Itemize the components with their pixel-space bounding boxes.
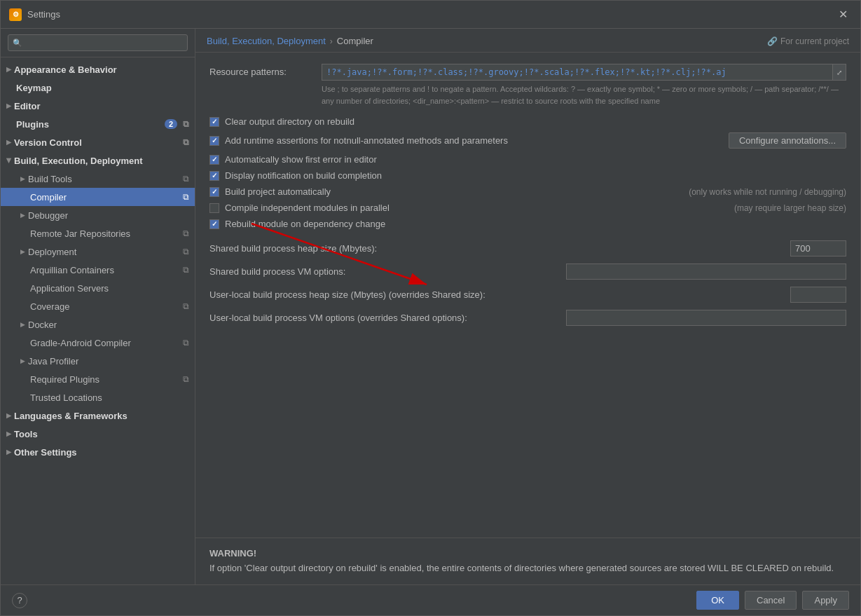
sidebar-label-deployment: Deployment [28,247,180,257]
sidebar-item-build-tools[interactable]: ▶ Build Tools ⧉ [1,170,195,188]
sidebar-item-build-exec[interactable]: ▶ Build, Execution, Deployment [1,151,195,170]
sidebar-label-required-plugins: Required Plugins [20,374,180,385]
resource-input-wrapper: ⤢ [322,64,846,81]
cb-label-clear-output: Clear output directory on rebuild [225,116,846,127]
resource-patterns-label: Resource patterns: [209,64,322,77]
for-current-project-link[interactable]: 🔗 For current project [767,36,849,46]
sidebar-item-editor[interactable]: ▶ Editor [1,97,195,115]
expand-arrow-docker: ▶ [20,321,25,328]
sidebar-item-plugins[interactable]: Plugins 2 ⧉ [1,115,195,133]
deployment-copy-icon: ⧉ [183,247,189,256]
cb-build-auto[interactable]: ✓ [209,187,219,197]
cb-compile-parallel[interactable] [209,203,219,213]
compiler-copy-icon: ⧉ [183,192,189,202]
resource-patterns-expand-btn[interactable]: ⤢ [833,64,846,81]
user-heap-row: User-local build process heap size (Mbyt… [209,287,846,303]
title-bar: ⚙ Settings ✕ [1,1,860,29]
shared-vm-input[interactable] [566,263,846,280]
cb-clear-output[interactable]: ✓ [209,117,219,127]
expand-arrow-vc: ▶ [6,139,11,146]
resource-patterns-hint: Use ; to separate patterns and ! to nega… [322,83,846,107]
ok-button[interactable]: OK [696,591,739,610]
title-bar-left: ⚙ Settings [9,8,60,21]
sidebar-item-arquillian[interactable]: Arquillian Containers ⧉ [1,261,195,279]
help-button[interactable]: ? [12,593,27,608]
sidebar-label-vc: Version Control [14,137,180,148]
plugins-copy-icon: ⧉ [183,119,189,129]
cb-rebuild-dependency[interactable]: ✓ [209,219,219,229]
cb-display-notification[interactable]: ✓ [209,171,219,181]
expand-arrow-tools: ▶ [6,430,11,437]
sidebar-item-languages[interactable]: ▶ Languages & Frameworks [1,406,195,425]
sidebar-item-coverage[interactable]: Coverage ⧉ [1,297,195,315]
breadcrumb-parent[interactable]: Build, Execution, Deployment [207,36,326,46]
sidebar-item-docker[interactable]: ▶ Docker [1,315,195,334]
remote-jar-copy-icon: ⧉ [183,228,189,238]
content-area: 🔍 ▶ Appearance & Behavior Keymap ▶ Edito… [1,29,860,584]
sidebar: 🔍 ▶ Appearance & Behavior Keymap ▶ Edito… [1,29,195,584]
shared-vm-label: Shared build process VM options: [209,266,558,277]
app-icon: ⚙ [9,8,22,21]
cb-runtime-assertions[interactable]: ✓ [209,136,219,146]
sidebar-item-appearance[interactable]: ▶ Appearance & Behavior [1,60,195,78]
expand-arrow-build-tools: ▶ [20,175,25,182]
search-input[interactable] [8,34,188,51]
resource-patterns-input[interactable] [322,64,833,81]
sidebar-label-other: Other Settings [14,447,189,458]
user-vm-label: User-local build process VM options (ove… [209,313,558,323]
sidebar-label-keymap: Keymap [6,83,189,93]
cb-label-runtime-assertions: Add runtime assertions for notnull-annot… [225,135,717,146]
user-heap-label: User-local build process heap size (Mbyt… [209,289,782,300]
sidebar-item-compiler[interactable]: Compiler ⧉ [1,188,195,206]
checkbox-build-auto: ✓ Build project automatically (only work… [209,186,846,197]
vc-copy-icon: ⧉ [183,137,189,147]
cancel-button[interactable]: Cancel [745,591,797,610]
configure-annotations-button[interactable]: Configure annotations... [729,132,846,149]
expand-arrow-debugger: ▶ [20,212,25,219]
bottom-left: ? [12,593,27,608]
checkbox-rebuild-dependency: ✓ Rebuild module on dependency change [209,219,846,229]
nav-tree: ▶ Appearance & Behavior Keymap ▶ Editor … [1,57,195,584]
sidebar-item-keymap[interactable]: Keymap [1,78,195,97]
sidebar-item-java-profiler[interactable]: ▶ Java Profiler [1,352,195,370]
breadcrumb-separator: › [330,36,333,46]
warning-box: WARNING! If option 'Clear output directo… [195,538,860,584]
build-tools-copy-icon: ⧉ [183,174,189,184]
sidebar-label-gradle-android: Gradle-Android Compiler [20,338,180,348]
sidebar-item-tools[interactable]: ▶ Tools [1,425,195,443]
sidebar-item-version-control[interactable]: ▶ Version Control ⧉ [1,133,195,151]
sidebar-item-remote-jar[interactable]: Remote Jar Repositories ⧉ [1,224,195,242]
sidebar-item-deployment[interactable]: ▶ Deployment ⧉ [1,242,195,261]
apply-button[interactable]: Apply [802,591,849,610]
user-heap-input[interactable] [790,287,846,303]
expand-arrow-languages: ▶ [6,412,11,419]
shared-heap-input[interactable] [790,240,846,256]
sidebar-label-trusted-locations: Trusted Locations [20,392,189,403]
sidebar-label-build-exec: Build, Execution, Deployment [14,156,189,166]
expand-arrow-java-profiler: ▶ [20,357,25,364]
cb-label-compile-parallel: Compile independent modules in parallel [225,203,729,213]
sidebar-label-coverage: Coverage [20,301,180,312]
sidebar-item-debugger[interactable]: ▶ Debugger [1,206,195,224]
coverage-copy-icon: ⧉ [183,301,189,311]
resource-patterns-control: ⤢ Use ; to separate patterns and ! to ne… [322,64,846,107]
shared-heap-label: Shared build process heap size (Mbytes): [209,243,782,254]
expand-arrow-other: ▶ [6,449,11,456]
sidebar-item-trusted-locations[interactable]: Trusted Locations [1,388,195,406]
expand-arrow-build-exec: ▶ [6,158,13,163]
user-vm-input[interactable] [566,310,846,326]
sidebar-item-other-settings[interactable]: ▶ Other Settings [1,443,195,461]
sidebar-item-gradle-android[interactable]: Gradle-Android Compiler ⧉ [1,334,195,352]
cb-show-first-error[interactable]: ✓ [209,155,219,165]
sidebar-label-languages: Languages & Frameworks [14,411,189,421]
search-box: 🔍 [1,29,195,57]
sidebar-label-plugins: Plugins [6,119,165,130]
sidebar-label-java-profiler: Java Profiler [28,356,189,367]
sidebar-item-required-plugins[interactable]: Required Plugins ⧉ [1,370,195,388]
sidebar-item-app-servers[interactable]: Application Servers [1,279,195,297]
cb-label-build-auto: Build project automatically [225,186,683,197]
close-button[interactable]: ✕ [834,6,852,22]
project-link-label: For current project [780,36,849,46]
shared-heap-row: Shared build process heap size (Mbytes): [209,240,846,256]
bottom-bar: ? OK Cancel Apply [1,584,860,615]
